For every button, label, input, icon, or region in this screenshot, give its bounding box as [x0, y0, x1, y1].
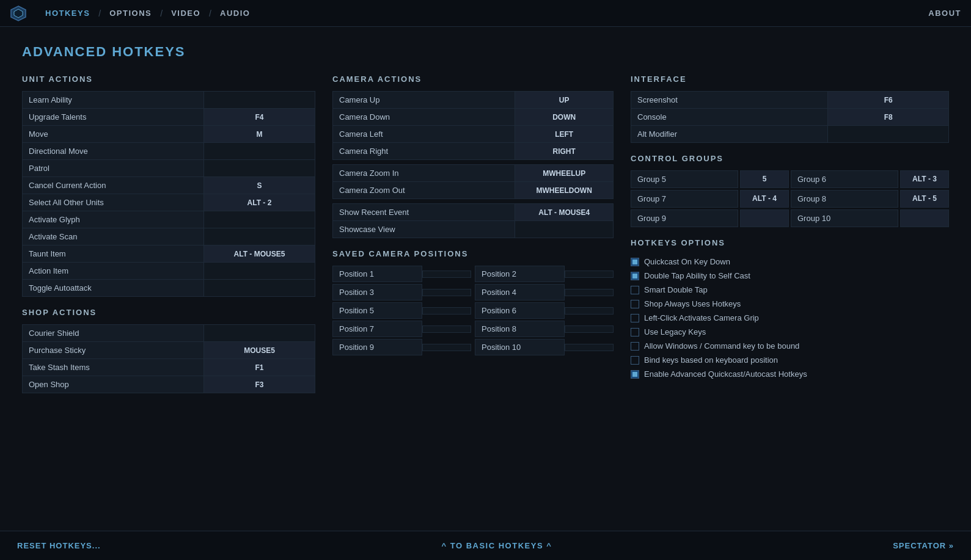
- unit-action-row: Taunt Item ALT - MOUSE5: [23, 245, 315, 263]
- camera-action-row: Showcase View: [333, 221, 614, 238]
- hotkey-key[interactable]: S: [203, 177, 315, 194]
- unit-action-row: Upgrade Talents F4: [23, 109, 315, 126]
- hotkey-label: Alt Modifier: [631, 126, 828, 143]
- saved-cam-key[interactable]: [565, 307, 614, 315]
- saved-cam-row: Position 5: [332, 302, 471, 319]
- hotkey-key[interactable]: DOWN: [515, 109, 614, 126]
- interface-title: INTERFACE: [631, 75, 949, 84]
- saved-cam-label: Position 4: [475, 284, 565, 300]
- saved-cam-key[interactable]: [422, 307, 471, 315]
- saved-cam-label: Position 2: [475, 266, 565, 282]
- nav-hotkeys[interactable]: HOTKEYS: [37, 9, 98, 18]
- nav-audio[interactable]: AUDIO: [211, 9, 258, 18]
- interface-row: Screenshot F6: [631, 92, 949, 109]
- hotkey-key[interactable]: [203, 325, 315, 342]
- hotkey-label: Showcase View: [333, 221, 515, 238]
- hotkey-label: Camera Down: [333, 109, 515, 126]
- hotkey-key[interactable]: [828, 126, 949, 143]
- hotkey-key[interactable]: UP: [515, 92, 614, 109]
- basic-hotkeys-button[interactable]: ^ TO BASIC HOTKEYS ^: [101, 541, 893, 550]
- hotkey-key[interactable]: RIGHT: [515, 143, 614, 160]
- hotkey-key[interactable]: ALT - 2: [203, 194, 315, 211]
- hotkey-key[interactable]: ALT - MOUSE5: [203, 245, 315, 263]
- hotkey-label: Learn Ability: [23, 92, 204, 109]
- saved-cam-key[interactable]: [422, 271, 471, 278]
- saved-cam-key[interactable]: [422, 344, 471, 351]
- hotkey-key[interactable]: M: [203, 126, 315, 143]
- shop-actions-title: SHOP ACTIONS: [22, 308, 315, 317]
- hotkey-key[interactable]: LEFT: [515, 126, 614, 143]
- hotkey-key[interactable]: MOUSE5: [203, 342, 315, 359]
- option-checkbox[interactable]: [631, 328, 639, 336]
- shop-actions-table: Courier Shield Purchase Sticky MOUSE5 Ta…: [22, 324, 315, 393]
- hotkey-key[interactable]: [203, 228, 315, 245]
- hotkey-key[interactable]: F3: [203, 376, 315, 393]
- camera-action-row: Camera Up UP: [333, 92, 614, 109]
- hotkey-key[interactable]: [203, 263, 315, 280]
- option-checkbox[interactable]: [631, 370, 639, 379]
- cg-key[interactable]: ALT - 5: [900, 190, 949, 208]
- camera-actions-table: Camera Up UP Camera Down DOWN Camera Lef…: [332, 91, 614, 238]
- hotkey-label: Cancel Current Action: [23, 177, 204, 194]
- hotkey-label: Show Recent Event: [333, 204, 515, 221]
- cg-key[interactable]: 5: [740, 170, 789, 188]
- option-checkbox[interactable]: [631, 258, 639, 266]
- camera-actions-title: CAMERA ACTIONS: [332, 75, 614, 84]
- hotkey-key[interactable]: F4: [203, 109, 315, 126]
- option-checkbox[interactable]: [631, 286, 639, 294]
- spectator-button[interactable]: SPECTATOR »: [893, 541, 954, 550]
- unit-actions-title: UNIT ACTIONS: [22, 75, 315, 84]
- unit-action-row: Move M: [23, 126, 315, 143]
- cg-label: Group 8: [791, 190, 898, 208]
- nav-options[interactable]: OPTIONS: [101, 9, 160, 18]
- saved-cam-key[interactable]: [565, 344, 614, 351]
- interface-row: Alt Modifier: [631, 126, 949, 143]
- unit-action-row: Activate Scan: [23, 228, 315, 245]
- reset-hotkeys-button[interactable]: RESET HOTKEYS...: [17, 541, 101, 550]
- hotkey-key[interactable]: F6: [828, 92, 949, 109]
- hotkey-key[interactable]: [203, 280, 315, 297]
- top-nav: HOTKEYS / OPTIONS / VIDEO / AUDIO ABOUT: [0, 0, 971, 27]
- option-row: Bind keys based on keyboard position: [631, 353, 949, 367]
- option-label: Smart Double Tap: [644, 285, 708, 294]
- saved-cam-row: Position 2: [475, 266, 614, 282]
- cg-key[interactable]: ALT - 3: [900, 170, 949, 188]
- nav-video[interactable]: VIDEO: [163, 9, 209, 18]
- cg-label: Group 6: [791, 170, 898, 188]
- hotkey-label: Camera Left: [333, 126, 515, 143]
- hotkey-label: Directional Move: [23, 143, 204, 160]
- option-checkbox[interactable]: [631, 342, 639, 351]
- option-label: Double Tap Ability to Self Cast: [644, 271, 750, 280]
- option-checkbox[interactable]: [631, 300, 639, 308]
- hotkey-key[interactable]: F1: [203, 359, 315, 376]
- cg-key[interactable]: ALT - 4: [740, 190, 789, 208]
- option-row: Shop Always Uses Hotkeys: [631, 297, 949, 311]
- hotkey-key[interactable]: F8: [828, 109, 949, 126]
- hotkey-key[interactable]: [203, 92, 315, 109]
- shop-action-row: Courier Shield: [23, 325, 315, 342]
- saved-cam-key[interactable]: [422, 325, 471, 333]
- control-groups-title: CONTROL GROUPS: [631, 154, 949, 163]
- saved-cam-key[interactable]: [565, 271, 614, 278]
- cg-key[interactable]: [900, 209, 949, 227]
- cg-key[interactable]: [740, 209, 789, 227]
- hotkey-label: Purchase Sticky: [23, 342, 204, 359]
- saved-cam-key[interactable]: [422, 289, 471, 296]
- saved-cam-key[interactable]: [565, 325, 614, 333]
- hotkey-key[interactable]: [203, 143, 315, 160]
- saved-cam-key[interactable]: [565, 289, 614, 296]
- hotkey-key[interactable]: ALT - MOUSE4: [515, 204, 614, 221]
- hotkey-key[interactable]: MWHEELUP: [515, 165, 614, 182]
- saved-cam-row: Position 6: [475, 302, 614, 319]
- nav-about[interactable]: ABOUT: [928, 9, 961, 18]
- hotkey-key[interactable]: [203, 160, 315, 177]
- option-row: Left-Click Activates Camera Grip: [631, 311, 949, 325]
- hotkey-key[interactable]: [203, 211, 315, 228]
- hotkey-key[interactable]: [515, 221, 614, 238]
- option-checkbox[interactable]: [631, 314, 639, 322]
- hotkey-key[interactable]: MWHEELDOWN: [515, 182, 614, 199]
- saved-cam-label: Position 5: [332, 302, 422, 319]
- hotkeys-options: Quickcast On Key Down Double Tap Ability…: [631, 255, 949, 381]
- option-checkbox[interactable]: [631, 356, 639, 365]
- option-checkbox[interactable]: [631, 272, 639, 280]
